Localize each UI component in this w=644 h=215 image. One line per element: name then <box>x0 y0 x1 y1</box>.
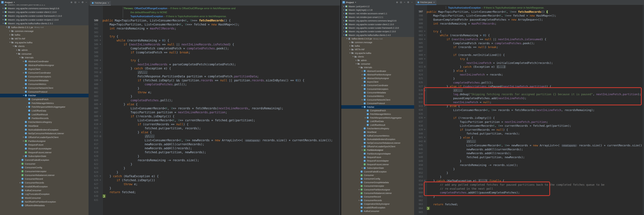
tree-item[interactable]: Maven: org.apache.curator:curator-framew… <box>341 26 414 30</box>
tree-item[interactable]: ConsumerRecords <box>0 181 88 185</box>
code-line[interactable]: 642+ //... <box>414 139 644 143</box>
tree-item[interactable]: ConsumerRecord <box>0 177 88 181</box>
code-line[interactable]: 597public Map<TopicPartition, List<Consu… <box>414 10 644 14</box>
line-number[interactable]: 587 <box>89 47 98 50</box>
tree-item[interactable]: common.message <box>0 29 88 33</box>
fold-collapse-icon[interactable] <box>98 124 102 125</box>
line-number[interactable]: 665 <box>414 211 423 213</box>
chevron-down-icon[interactable] <box>348 53 351 54</box>
line-number[interactable]: 649 <box>414 160 423 162</box>
code-line[interactable]: 626 if (fetched.isEmpty()) <box>89 178 340 182</box>
code-line[interactable]: 619 fetched.put(partition, newRecords); <box>89 150 340 154</box>
tree-item[interactable]: ConsumerCoordinator <box>341 84 414 87</box>
code-line[interactable]: 603 } <box>89 94 340 98</box>
code-line[interactable]: 665 <box>414 210 644 214</box>
tree-item[interactable]: Maven: net.minidev:accessors-smart:1.1 <box>341 12 414 15</box>
tree-item[interactable]: Fetcher <box>0 94 88 98</box>
code-line[interactable]: 604 completedFetches.poll(); <box>89 98 340 102</box>
line-number[interactable]: 609 <box>414 58 423 60</box>
tree-item[interactable]: InvalidOffsetException <box>341 206 414 209</box>
line-number[interactable]: 658 <box>414 183 423 186</box>
code-line[interactable]: 625 } catch (KafkaException e) { <box>89 174 340 178</box>
code-line[interactable]: 609 List<ConsumerRecord<K, V>> currentRe… <box>89 118 340 122</box>
code-line[interactable]: 613+ //... <box>89 134 340 138</box>
tree-item[interactable]: Maven: org.apache.curator:curator-framew… <box>0 14 88 18</box>
line-number[interactable]: 610 <box>89 123 98 126</box>
tree-item[interactable]: AbstractCoordinator <box>341 69 414 73</box>
tree-item[interactable]: CompletedFetch <box>0 97 88 101</box>
scrollbar[interactable] <box>339 6 340 215</box>
code-line[interactable]: 606 if (records == null) break; <box>414 45 644 49</box>
code-line[interactable]: 648 fetched.put(partition, newRecords); <box>414 155 644 159</box>
code-line[interactable]: 602 try { <box>414 30 644 34</box>
line-number[interactable]: 604 <box>89 99 98 102</box>
tree-item[interactable]: KafkaConsumer <box>0 188 88 192</box>
code-line[interactable]: 604 if (nextInLineFetch == null || nextI… <box>414 37 644 41</box>
tree-item[interactable]: Heartbeat <box>341 130 414 134</box>
collapse-all-icon[interactable]: ⊟ <box>74 1 76 4</box>
tree-item[interactable]: ConsumerConfig <box>0 166 88 169</box>
chevron-right-icon[interactable] <box>342 20 345 21</box>
tree-item[interactable]: org.apache.kafka <box>341 51 414 55</box>
tree-item[interactable]: ConsumerRecord <box>341 195 414 198</box>
tree-item[interactable]: consumer <box>0 52 88 56</box>
line-number[interactable]: 664 <box>414 207 423 210</box>
line-number[interactable]: 624 <box>89 171 98 173</box>
chevron-right-icon[interactable] <box>8 30 11 32</box>
line-number[interactable]: 629 <box>89 191 98 193</box>
tree-item[interactable]: ConsumerInterceptor <box>0 169 88 173</box>
tab-fetcher-java[interactable]: Fetcher.java ✕ <box>416 0 436 5</box>
fold-expand-icon[interactable]: + <box>423 66 426 68</box>
chevron-right-icon[interactable] <box>358 200 360 201</box>
code-area[interactable]: Throws: OffsetOutOfRangeException – If t… <box>89 6 340 215</box>
code-line[interactable]: 603 while (recordsRemaining > 0) { <box>414 33 644 37</box>
line-number[interactable]: 653 <box>414 175 423 178</box>
code-line[interactable]: 605 CompletedFetch records = completedFe… <box>414 41 644 45</box>
tree-item[interactable]: InvalidOffsetException <box>0 185 88 188</box>
line-number[interactable]: 598 <box>89 75 98 78</box>
tree-item[interactable]: common.message <box>341 41 414 44</box>
line-number[interactable]: 654 <box>414 179 423 182</box>
line-number[interactable]: 659 <box>414 187 423 190</box>
tree-item[interactable]: kafka <box>341 44 414 48</box>
chevron-right-icon[interactable] <box>342 13 345 14</box>
line-number[interactable]: 627 <box>414 85 423 88</box>
line-number[interactable]: 637 <box>414 120 423 123</box>
line-number[interactable]: 611 <box>414 65 423 68</box>
chevron-right-icon[interactable] <box>355 60 357 61</box>
line-number[interactable]: 628 <box>89 187 98 189</box>
tree-item[interactable]: NoAvailableBrokersException <box>341 137 414 141</box>
fold-collapse-icon[interactable] <box>423 31 426 32</box>
line-number[interactable]: 580 <box>89 19 98 22</box>
code-line[interactable]: 584 try { <box>89 34 340 38</box>
tree-item[interactable]: ConsumerMetadata <box>341 91 414 94</box>
chevron-right-icon[interactable] <box>22 61 25 62</box>
code-line[interactable]: 586 if (nextInLineRecords == null || nex… <box>89 42 340 46</box>
line-number[interactable]: 662 <box>414 199 423 202</box>
line-number[interactable]: 652 <box>414 171 423 174</box>
code-line[interactable]: 624 } <box>89 170 340 174</box>
fold-collapse-icon[interactable] <box>98 104 102 105</box>
code-line[interactable]: 607 <box>414 49 644 53</box>
line-number[interactable]: 605 <box>89 103 98 106</box>
chevron-down-icon[interactable] <box>19 57 21 58</box>
code-line[interactable]: 624 nextInLineFetch = records; <box>414 73 644 77</box>
line-number[interactable]: 650 <box>414 164 423 166</box>
code-line[interactable]: 580public Map<TopicPartition, List<Consu… <box>89 19 340 23</box>
code-line[interactable]: 609 try { <box>414 57 644 61</box>
fold-collapse-icon[interactable] <box>98 40 102 41</box>
code-line[interactable]: 600 completedFetches.poll(); <box>89 82 340 86</box>
fold-collapse-icon[interactable] <box>98 80 102 81</box>
tree-item[interactable]: CommitFailedException <box>341 170 414 173</box>
chevron-down-icon[interactable] <box>22 95 25 96</box>
code-line[interactable]: 663 return fetched; <box>414 202 644 206</box>
line-number[interactable]: 612 <box>89 131 98 134</box>
line-number[interactable]: 611 <box>89 127 98 130</box>
line-number[interactable]: 607 <box>89 111 98 114</box>
tree-item[interactable]: AbstractPartitionAssignor <box>341 73 414 76</box>
hide-panel-icon[interactable]: − <box>86 1 87 4</box>
tree-item[interactable]: Maven: org.apache.kafka:kafka-clients:2.… <box>341 33 414 37</box>
code-line[interactable]: 626 completedFetches.poll(); <box>414 81 644 84</box>
code-line[interactable]: 599 if (fetched.isEmpty() && (partition.… <box>89 78 340 82</box>
tree-item[interactable]: internals <box>0 56 88 60</box>
